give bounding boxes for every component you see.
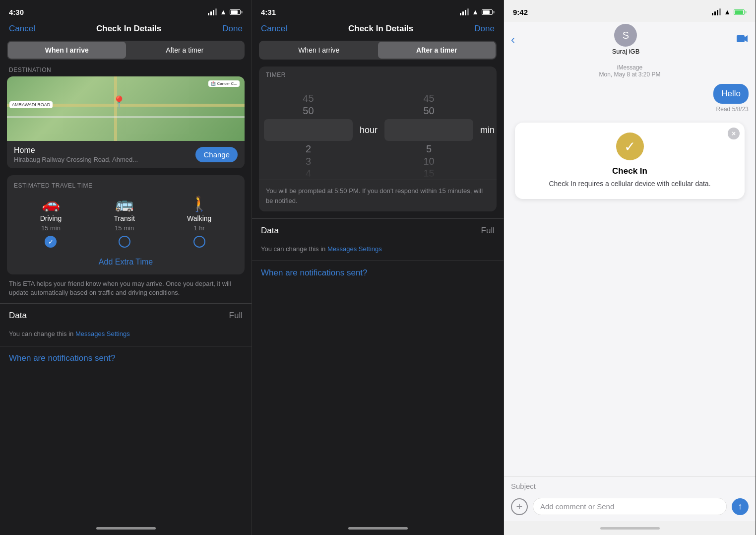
checkin-close-button[interactable]: × <box>728 128 740 139</box>
travel-options-1: 🚗 Driving 15 min ✓ 🚌 Transit 15 min 🚶 Wa… <box>14 195 238 248</box>
map-block-1: 📍 🏥 Cancer C... AMRAWADI ROAD Home Hirab… <box>7 76 245 168</box>
segment-when-arrive-2[interactable]: When I arrive <box>260 42 378 59</box>
address-name-1: Home <box>14 146 138 155</box>
contact-name: Suraj iGB <box>612 48 640 55</box>
timer-block-2: TIMER 45 50 55 1 2 3 4 <box>259 67 497 211</box>
checkin-card: × ✓ Check In Check In requires a cellula… <box>515 123 745 199</box>
wifi-icon-1: ▲ <box>220 8 227 16</box>
data-value-1: Full <box>229 311 243 321</box>
messages-settings-link-2[interactable]: Messages Settings <box>327 245 382 253</box>
msg-bubble-hello: Hello <box>713 84 749 104</box>
time-3: 9:42 <box>513 8 528 16</box>
min-unit-label: min <box>478 125 497 135</box>
transit-icon: 🚌 <box>115 195 133 212</box>
cancel-button-1[interactable]: Cancel <box>9 24 35 34</box>
subject-label: Subject <box>511 482 536 490</box>
checkin-badge-icon: ✓ <box>616 133 644 160</box>
travel-label-1: ESTIMATED TRAVEL TIME <box>14 182 238 189</box>
segment-when-arrive-1[interactable]: When I arrive <box>8 42 126 59</box>
hour-value: 1 <box>305 129 312 143</box>
status-bar-3: 9:42 ▲ <box>504 0 756 22</box>
travel-driving[interactable]: 🚗 Driving 15 min ✓ <box>40 195 62 248</box>
walking-check <box>193 236 205 248</box>
home-indicator-2 <box>252 521 504 535</box>
send-button[interactable]: ↑ <box>732 498 749 515</box>
status-bar-2: 4:31 ▲ <box>252 0 504 22</box>
segment-after-timer-2[interactable]: After a timer <box>378 42 496 59</box>
map-label-hospital: 🏥 Cancer C... <box>208 80 240 87</box>
transit-check <box>119 236 130 248</box>
data-row-2: Data Full <box>252 218 504 243</box>
status-icons-2: ▲ <box>460 8 495 16</box>
subject-row: Subject <box>504 476 756 494</box>
msg-nav: ‹ S Suraj iGB <box>504 22 756 59</box>
segment-after-timer-1[interactable]: After a timer <box>126 42 244 59</box>
signal-icon-1 <box>208 8 217 15</box>
video-call-button[interactable] <box>737 33 749 46</box>
add-extra-time-btn[interactable]: Add Extra Time <box>14 255 238 268</box>
battery-icon-1 <box>230 9 243 15</box>
walking-icon: 🚶 <box>190 195 208 212</box>
svg-rect-0 <box>737 35 745 42</box>
done-button-2[interactable]: Done <box>474 24 495 34</box>
time-2: 4:31 <box>261 8 276 16</box>
message-area: iMessage Mon, May 8 at 3:20 PM Hello Rea… <box>504 59 756 476</box>
battery-icon-2 <box>482 9 495 15</box>
done-button-1[interactable]: Done <box>222 24 243 34</box>
hours-column[interactable]: 45 50 55 1 2 3 4 <box>259 80 358 180</box>
time-1: 4:30 <box>9 8 24 16</box>
travel-transit[interactable]: 🚌 Transit 15 min <box>114 195 135 248</box>
status-icons-1: ▲ <box>208 8 243 16</box>
phone3: 9:42 ▲ ‹ S Suraj iGB <box>504 0 756 535</box>
add-attachment-button[interactable]: + <box>511 498 528 515</box>
walking-mode: Walking <box>187 214 211 222</box>
home-indicator-1 <box>0 521 252 535</box>
back-button[interactable]: ‹ <box>511 33 515 47</box>
minutes-column[interactable]: 45 50 55 0 5 10 15 <box>379 80 478 180</box>
min-value: 0 <box>426 129 432 143</box>
signal-icon-2 <box>460 8 469 15</box>
change-button-1[interactable]: Change <box>195 147 238 162</box>
data-row-1: Data Full <box>0 303 252 328</box>
contact-info: S Suraj iGB <box>612 24 640 55</box>
data-sub-1: You can change this in Messages Settings <box>0 328 252 345</box>
contact-avatar: S <box>614 24 637 47</box>
transit-time: 15 min <box>115 224 134 232</box>
driving-time: 15 min <box>41 224 61 232</box>
nav-title-1: Check In Details <box>96 24 161 34</box>
phone1: 4:30 ▲ Cancel Check In Details Done Whe <box>0 0 252 535</box>
messages-settings-link-1[interactable]: Messages Settings <box>75 330 130 337</box>
nav-title-2: Check In Details <box>348 24 413 34</box>
status-bar-1: 4:30 ▲ <box>0 0 252 22</box>
wifi-icon-2: ▲ <box>472 8 479 16</box>
map-label-road: AMRAWADI ROAD <box>9 101 53 108</box>
nav-bar-2: Cancel Check In Details Done <box>252 22 504 39</box>
message-input[interactable]: Add comment or Send <box>533 498 727 515</box>
segment-control-1: When I arrive After a timer <box>7 41 245 60</box>
msg-read-status: Read 5/8/23 <box>511 106 749 113</box>
battery-icon-3 <box>734 9 747 15</box>
checkin-card-title: Check In <box>612 166 647 176</box>
data-sub-2: You can change this in Messages Settings <box>252 243 504 261</box>
nav-bar-1: Cancel Check In Details Done <box>0 22 252 39</box>
notif-link-2[interactable]: When are notifications sent? <box>252 261 504 285</box>
signal-icon-3 <box>712 8 721 15</box>
wifi-icon-3: ▲ <box>724 8 731 16</box>
data-label-2: Data <box>261 226 279 236</box>
map-pin-1: 📍 <box>112 95 126 109</box>
timer-prompt: You will be prompted at 5:50 PM. If you … <box>259 180 497 211</box>
map-image-1: 📍 🏥 Cancer C... AMRAWADI ROAD <box>7 76 245 141</box>
status-icons-3: ▲ <box>712 8 747 16</box>
timer-picker[interactable]: 45 50 55 1 2 3 4 hour <box>259 80 497 180</box>
msg-platform: iMessage Mon, May 8 at 3:20 PM <box>511 64 749 78</box>
phone2: 4:31 ▲ Cancel Check In Details Done Whe <box>252 0 504 535</box>
address-sub-1: Hirabaug Railway Crossing Road, Ahmed... <box>14 156 138 163</box>
map-bottom-1: Home Hirabaug Railway Crossing Road, Ahm… <box>7 141 245 168</box>
driving-check: ✓ <box>45 236 57 248</box>
hour-unit-label: hour <box>358 125 379 135</box>
notif-link-1[interactable]: When are notifications sent? <box>0 346 252 370</box>
travel-walking[interactable]: 🚶 Walking 1 hr <box>187 195 211 248</box>
timer-section-label: TIMER <box>259 67 497 80</box>
segment-control-2: When I arrive After a timer <box>259 41 497 60</box>
cancel-button-2[interactable]: Cancel <box>261 24 287 34</box>
